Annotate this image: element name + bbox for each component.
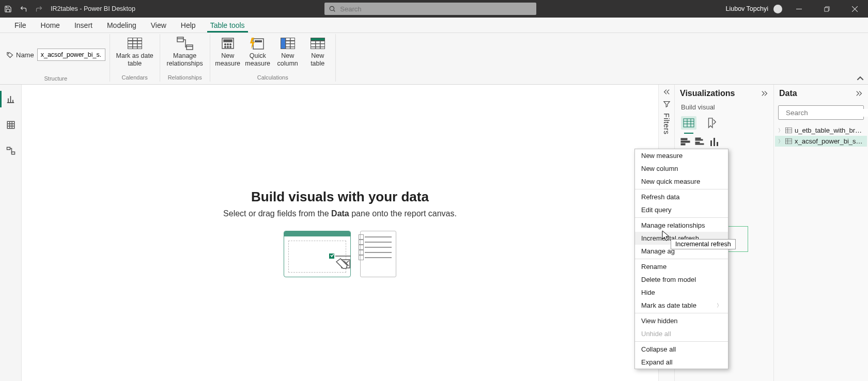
- ctx-unhide-all: Unhide all: [635, 327, 728, 340]
- ctx-new-column[interactable]: New column: [635, 162, 728, 175]
- filters-label: Filters: [662, 113, 671, 135]
- search-icon: [329, 5, 336, 12]
- stacked-bar-icon[interactable]: [680, 137, 691, 147]
- svg-rect-74: [786, 138, 792, 144]
- data-search-input[interactable]: [786, 109, 868, 117]
- new-measure-button[interactable]: New measure: [214, 34, 241, 68]
- data-search[interactable]: [778, 105, 864, 120]
- global-search-input[interactable]: [340, 3, 532, 15]
- new-column-button[interactable]: New column: [274, 34, 301, 68]
- svg-point-18: [229, 46, 231, 48]
- tab-home[interactable]: Home: [34, 18, 67, 33]
- tab-modeling[interactable]: Modeling: [100, 18, 144, 33]
- svg-rect-35: [684, 119, 694, 127]
- view-switcher: [0, 85, 22, 381]
- build-visual-icon: [683, 118, 694, 128]
- ctx-mark-as-date-table[interactable]: Mark as date table〉: [635, 299, 728, 312]
- tab-table-tools[interactable]: Table tools: [203, 18, 252, 33]
- svg-rect-40: [681, 138, 687, 140]
- ctx-new-quick-measure[interactable]: New quick measure: [635, 175, 728, 188]
- svg-point-14: [227, 44, 228, 45]
- collapse-ribbon-button[interactable]: [857, 75, 864, 82]
- stacked-column-icon[interactable]: [709, 137, 720, 147]
- svg-point-16: [224, 46, 226, 48]
- collapse-visualizations-icon[interactable]: [761, 90, 768, 97]
- ribbon: Name Structure Mark as date table Calend…: [0, 33, 868, 85]
- minimize-button[interactable]: [787, 6, 810, 12]
- calculator-icon: [221, 37, 235, 50]
- svg-rect-41: [681, 141, 690, 142]
- svg-point-15: [229, 44, 231, 45]
- table-green-icon: [311, 38, 325, 49]
- report-canvas[interactable]: Build visuals with your data Select or d…: [22, 85, 658, 381]
- tab-view[interactable]: View: [144, 18, 174, 33]
- table-icon: [785, 138, 793, 145]
- redo-icon[interactable]: [31, 0, 47, 18]
- canvas-subtext: Select or drag fields from the Data pane…: [223, 209, 457, 218]
- svg-rect-44: [695, 139, 703, 140]
- group-label-calendars: Calendars: [114, 74, 156, 81]
- bar-chart-icon: [7, 94, 16, 104]
- svg-rect-3: [824, 7, 828, 11]
- model-view-button[interactable]: [0, 142, 22, 159]
- build-visual-tab[interactable]: [681, 116, 696, 130]
- quick-measure-button[interactable]: Quick measure: [244, 34, 271, 68]
- table-node-1[interactable]: 〉 u_etb_table_with_broke...: [775, 125, 867, 136]
- svg-rect-26: [7, 121, 14, 129]
- context-menu: New measure New column New quick measure…: [634, 149, 729, 369]
- title-bar: IR2tables - Power BI Desktop Liubov Topc…: [0, 0, 868, 18]
- svg-rect-45: [695, 142, 700, 143]
- chevron-right-icon: 〉: [717, 302, 722, 309]
- quick-measure-icon: [250, 37, 266, 50]
- canvas-heading: Build visuals with your data: [251, 189, 429, 205]
- mark-as-date-table-button[interactable]: Mark as date table: [114, 34, 156, 68]
- expand-filters-icon[interactable]: [663, 89, 670, 95]
- table-blue-icon: [281, 38, 295, 49]
- ctx-manage-relationships[interactable]: Manage relationships: [635, 219, 728, 232]
- user-name[interactable]: Liubov Topchyi: [726, 5, 768, 12]
- ctx-hide[interactable]: Hide: [635, 286, 728, 299]
- svg-rect-31: [7, 147, 10, 150]
- ctx-refresh-data[interactable]: Refresh data: [635, 190, 728, 203]
- group-label-calculations: Calculations: [214, 74, 331, 81]
- undo-icon[interactable]: [16, 0, 31, 18]
- clustered-bar-icon[interactable]: [694, 137, 706, 147]
- chevron-right-icon: 〉: [778, 138, 783, 145]
- ctx-rename[interactable]: Rename: [635, 260, 728, 273]
- maximize-button[interactable]: [815, 6, 838, 12]
- ctx-expand-all[interactable]: Expand all: [635, 356, 728, 369]
- svg-rect-46: [695, 144, 704, 145]
- data-view-button[interactable]: [0, 117, 22, 133]
- ctx-edit-query[interactable]: Edit query: [635, 203, 728, 216]
- save-icon[interactable]: [0, 0, 16, 18]
- svg-rect-32: [11, 152, 14, 154]
- app-title: IR2tables - Power BI Desktop: [51, 5, 135, 12]
- global-search[interactable]: [324, 3, 536, 15]
- group-label-relationships: Relationships: [164, 74, 206, 81]
- table-node-2[interactable]: 〉 x_acsof_power_bi_s_for...: [775, 136, 867, 147]
- table-name-input[interactable]: [37, 49, 105, 61]
- collapse-data-icon[interactable]: [856, 90, 863, 97]
- svg-point-13: [224, 44, 226, 45]
- tag-icon: [6, 51, 14, 59]
- new-table-button[interactable]: New table: [304, 34, 331, 68]
- ctx-delete-from-model[interactable]: Delete from model: [635, 273, 728, 286]
- format-icon: [706, 117, 717, 129]
- avatar[interactable]: [773, 5, 782, 13]
- format-visual-tab[interactable]: [704, 116, 719, 130]
- tooltip: Incremental refresh: [671, 239, 736, 249]
- ctx-new-measure[interactable]: New measure: [635, 149, 728, 162]
- ctx-view-hidden[interactable]: View hidden: [635, 314, 728, 327]
- svg-marker-21: [250, 38, 255, 49]
- canvas-illustration: [284, 231, 396, 277]
- report-view-button[interactable]: [0, 91, 22, 107]
- tab-help[interactable]: Help: [174, 18, 203, 33]
- ctx-collapse-all[interactable]: Collapse all: [635, 343, 728, 356]
- fields-tree: 〉 u_etb_table_with_broke... 〉 x_acsof_po…: [774, 123, 868, 149]
- tab-insert[interactable]: Insert: [67, 18, 100, 33]
- close-button[interactable]: [843, 6, 866, 12]
- svg-point-0: [330, 6, 334, 10]
- visualizations-title: Visualizations: [680, 89, 735, 98]
- tab-file[interactable]: File: [7, 18, 34, 33]
- manage-relationships-button[interactable]: Manage relationships: [164, 34, 206, 68]
